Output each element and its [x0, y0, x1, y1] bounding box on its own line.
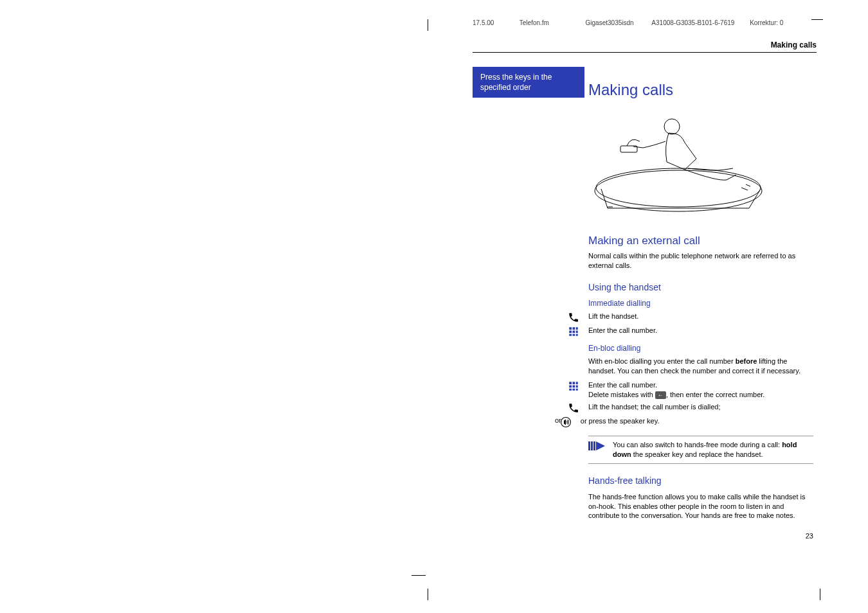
svg-rect-13 [569, 333, 572, 335]
svg-rect-15 [576, 333, 578, 335]
info-note: You can also switch to hands-free mode d… [588, 436, 813, 464]
text-enter-number-2: Enter the call number. Delete mistakes w… [588, 380, 813, 400]
svg-line-6 [741, 188, 748, 190]
svg-rect-28 [593, 441, 595, 450]
heading-making-calls: Making calls [588, 81, 813, 99]
svg-rect-17 [573, 382, 575, 385]
svg-rect-10 [569, 330, 572, 333]
text-lift-handset: Lift the handset. [588, 312, 813, 321]
text-external-call-body: Normal calls within the public telephone… [588, 251, 813, 271]
keypad-icon [566, 380, 581, 392]
text-hands-free-body: The hands-free function allows you to ma… [588, 492, 813, 521]
svg-rect-21 [576, 386, 578, 388]
svg-rect-22 [569, 389, 572, 391]
speaker-key-icon [559, 416, 573, 428]
lift-handset-icon [566, 402, 581, 414]
svg-point-1 [596, 168, 761, 207]
svg-rect-26 [588, 441, 590, 450]
instruction-tip-box: Press the keys in the specified order [473, 67, 584, 98]
text-enter-number-1: Enter the call number. [588, 326, 813, 335]
svg-rect-9 [576, 327, 578, 330]
heading-hands-free: Hands-free talking [588, 475, 813, 486]
svg-point-0 [595, 170, 762, 211]
page-number: 23 [588, 532, 813, 540]
svg-rect-14 [573, 333, 575, 335]
svg-rect-20 [573, 386, 575, 388]
note-text: You can also switch to hands-free mode d… [613, 440, 813, 459]
svg-rect-16 [569, 382, 572, 385]
svg-rect-27 [591, 441, 593, 450]
heading-external-call: Making an external call [588, 235, 813, 247]
svg-point-2 [664, 119, 680, 134]
header-date: 17.5.00 [473, 19, 518, 26]
svg-rect-23 [573, 389, 575, 391]
print-header: 17.5.00 Telefon.fm Gigaset3035isdn A3100… [473, 19, 817, 26]
svg-line-5 [746, 184, 750, 186]
header-partno: A31008-G3035-B101-6-7619 [651, 19, 748, 26]
heading-using-handset: Using the handset [588, 282, 813, 292]
svg-rect-24 [576, 389, 578, 391]
keypad-icon [566, 326, 581, 337]
svg-rect-11 [573, 330, 575, 333]
text-lift-handset-dial: Lift the handset; the call number is dia… [588, 402, 813, 412]
text-press-speaker: or press the speaker key. [581, 416, 813, 426]
backspace-key-icon: ← [655, 391, 666, 399]
heading-enbloc-dialling: En-bloc dialling [588, 344, 813, 353]
header-model: Gigaset3035isdn [586, 19, 650, 26]
svg-rect-7 [569, 327, 572, 330]
page-header-title: Making calls [473, 40, 817, 53]
man-calling-illustration [588, 111, 813, 219]
lift-handset-icon [566, 312, 581, 323]
svg-rect-18 [576, 382, 578, 385]
svg-rect-19 [569, 386, 572, 388]
note-arrow-icon [588, 440, 606, 459]
heading-immediate-dialling: Immediate dialling [588, 299, 813, 308]
svg-rect-12 [576, 330, 578, 333]
header-file: Telefon.fm [520, 19, 584, 26]
svg-rect-8 [573, 327, 575, 330]
text-enbloc-intro: With en-bloc dialling you enter the call… [588, 357, 813, 376]
header-korrektur: Korrektur: 0 [750, 19, 783, 26]
